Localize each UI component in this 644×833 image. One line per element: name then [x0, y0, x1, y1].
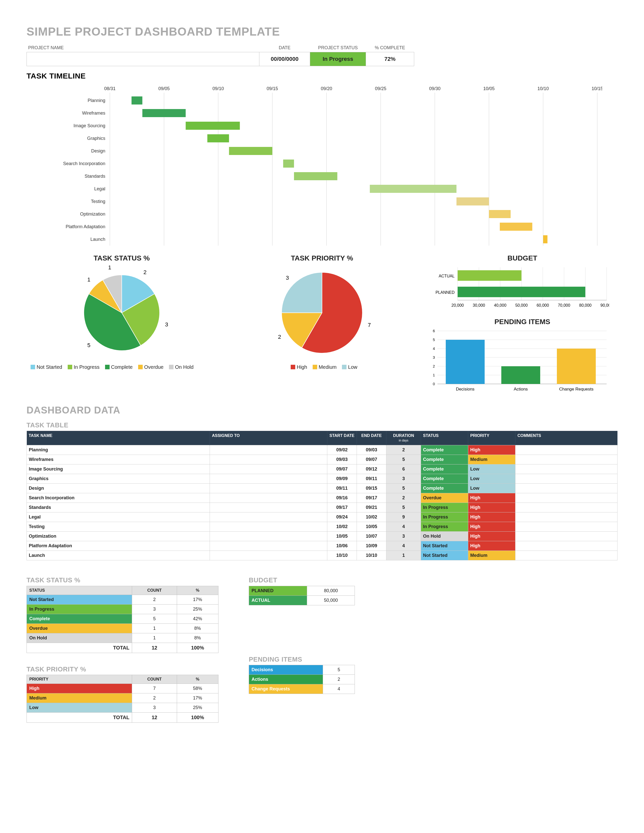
svg-text:Optimization: Optimization: [80, 212, 105, 217]
svg-text:09/05: 09/05: [158, 86, 170, 91]
svg-text:Standards: Standards: [85, 174, 105, 179]
chart-title: TASK PRIORITY %: [227, 254, 417, 262]
label-project-name: PROJECT NAME: [27, 45, 259, 52]
svg-text:Decisions: Decisions: [456, 387, 475, 391]
svg-text:Search Incorporation: Search Incorporation: [63, 161, 105, 166]
svg-text:2: 2: [433, 364, 435, 368]
svg-rect-90: [501, 366, 540, 384]
svg-text:0: 0: [433, 382, 435, 386]
table-row[interactable]: Optimization10/0510/073On HoldHigh: [27, 531, 617, 541]
svg-text:4: 4: [433, 346, 435, 351]
status-cell[interactable]: In Progress: [310, 52, 366, 66]
budget-table-title: BUDGET: [249, 577, 355, 584]
svg-text:3: 3: [433, 355, 435, 359]
label-date: DATE: [259, 45, 310, 52]
svg-rect-25: [186, 122, 240, 130]
col-header: ASSIGNED TO: [210, 431, 327, 445]
svg-rect-41: [500, 223, 532, 231]
svg-rect-27: [207, 134, 229, 142]
col-header: DURATIONin days: [386, 431, 421, 445]
task-status-chart: TASK STATUS % 23511 Not Started In Progr…: [27, 254, 217, 395]
priority-summary-table: PRIORITYCOUNT%High758%Medium217%Low325%T…: [27, 675, 219, 723]
svg-text:PLANNED: PLANNED: [435, 290, 455, 294]
chart-title: TASK STATUS %: [27, 254, 217, 262]
svg-text:90,000: 90,000: [600, 303, 609, 307]
budget-table: PLANNED80,000ACTUAL50,000: [249, 586, 355, 605]
svg-text:3: 3: [286, 274, 289, 281]
svg-text:Design: Design: [91, 148, 105, 153]
status-summary-table: STATUSCOUNT%Not Started217%In Progress32…: [27, 586, 219, 653]
col-header: STATUS: [421, 431, 468, 445]
table-row[interactable]: Standards09/1709/215In ProgressHigh: [27, 503, 617, 512]
svg-rect-37: [456, 198, 489, 206]
svg-text:09/25: 09/25: [375, 86, 386, 91]
task-priority-chart: TASK PRIORITY % 723 High Medium Low: [227, 254, 417, 395]
svg-text:60,000: 60,000: [536, 303, 549, 307]
col-header: COMMENTS: [515, 431, 617, 445]
task-timeline-chart: 08/3109/0509/1009/1509/2009/2509/3010/05…: [27, 84, 602, 246]
svg-rect-88: [446, 340, 485, 384]
priority-summary-title: TASK PRIORITY %: [27, 666, 219, 673]
svg-text:Launch: Launch: [90, 237, 105, 242]
svg-text:6: 6: [433, 329, 435, 333]
svg-text:50,000: 50,000: [515, 303, 528, 307]
svg-text:Image Sourcing: Image Sourcing: [74, 123, 105, 128]
svg-text:70,000: 70,000: [558, 303, 570, 307]
svg-rect-33: [294, 172, 337, 180]
table-row[interactable]: Image Sourcing09/0709/126CompleteLow: [27, 464, 617, 474]
svg-text:Change Requests: Change Requests: [559, 387, 594, 391]
table-row[interactable]: Platform Adaptation10/0610/094Not Starte…: [27, 541, 617, 550]
table-row[interactable]: Search Incorporation09/1609/172OverdueHi…: [27, 493, 617, 503]
svg-text:Testing: Testing: [91, 199, 105, 204]
svg-text:20,000: 20,000: [451, 303, 464, 307]
task-table-title: TASK TABLE: [27, 421, 617, 429]
svg-text:5: 5: [87, 342, 90, 348]
status-summary-title: TASK STATUS %: [27, 577, 219, 584]
svg-text:80,000: 80,000: [579, 303, 591, 307]
page-title: SIMPLE PROJECT DASHBOARD TEMPLATE: [27, 25, 617, 38]
svg-text:2: 2: [143, 269, 147, 275]
dashboard-data-title: DASHBOARD DATA: [27, 405, 617, 416]
task-table: TASK NAMEASSIGNED TOSTART DATEEND DATEDU…: [27, 431, 617, 560]
svg-text:Graphics: Graphics: [87, 136, 105, 141]
pct-cell[interactable]: 72%: [366, 52, 414, 66]
svg-text:Actions: Actions: [514, 387, 528, 391]
table-row[interactable]: Graphics09/0909/113CompleteLow: [27, 474, 617, 483]
chart-title: BUDGET: [427, 254, 617, 262]
table-row[interactable]: Design09/1109/155CompleteLow: [27, 483, 617, 493]
svg-text:09/15: 09/15: [267, 86, 278, 91]
svg-text:09/30: 09/30: [429, 86, 440, 91]
svg-text:1: 1: [87, 276, 90, 283]
col-header: END DATE: [357, 431, 386, 445]
svg-rect-21: [132, 96, 142, 105]
svg-rect-35: [370, 185, 456, 193]
svg-rect-70: [457, 270, 522, 281]
svg-rect-72: [457, 286, 585, 297]
svg-text:10/15: 10/15: [591, 86, 602, 91]
table-row[interactable]: Legal09/2410/029In ProgressHigh: [27, 512, 617, 522]
svg-text:08/31: 08/31: [104, 86, 116, 91]
svg-rect-39: [489, 210, 510, 218]
svg-rect-29: [229, 147, 272, 155]
svg-text:09/10: 09/10: [213, 86, 224, 91]
table-row[interactable]: Launch10/1010/101Not StartedMedium: [27, 550, 617, 560]
col-header: START DATE: [327, 431, 357, 445]
svg-text:5: 5: [433, 338, 435, 342]
svg-text:ACTUAL: ACTUAL: [439, 274, 455, 278]
svg-text:Wireframes: Wireframes: [82, 111, 105, 116]
pending-table-title: PENDING ITEMS: [249, 656, 355, 663]
col-header: PRIORITY: [468, 431, 515, 445]
svg-rect-23: [142, 109, 186, 117]
svg-text:10/10: 10/10: [538, 86, 549, 91]
table-row[interactable]: Testing10/0210/054In ProgressHigh: [27, 522, 617, 531]
svg-rect-92: [557, 349, 596, 384]
table-row[interactable]: Wireframes09/0309/075CompleteMedium: [27, 455, 617, 464]
table-row[interactable]: Planning09/0209/032CompleteHigh: [27, 445, 617, 455]
svg-text:Platform Adaptation: Platform Adaptation: [66, 224, 105, 229]
svg-text:3: 3: [165, 321, 168, 327]
chart-title: PENDING ITEMS: [427, 318, 617, 326]
date-cell[interactable]: 00/00/0000: [259, 52, 310, 66]
svg-text:Planning: Planning: [88, 98, 105, 103]
right-charts: BUDGET 20,00030,00040,00050,00060,00070,…: [427, 254, 617, 395]
project-name-cell[interactable]: [27, 52, 259, 66]
